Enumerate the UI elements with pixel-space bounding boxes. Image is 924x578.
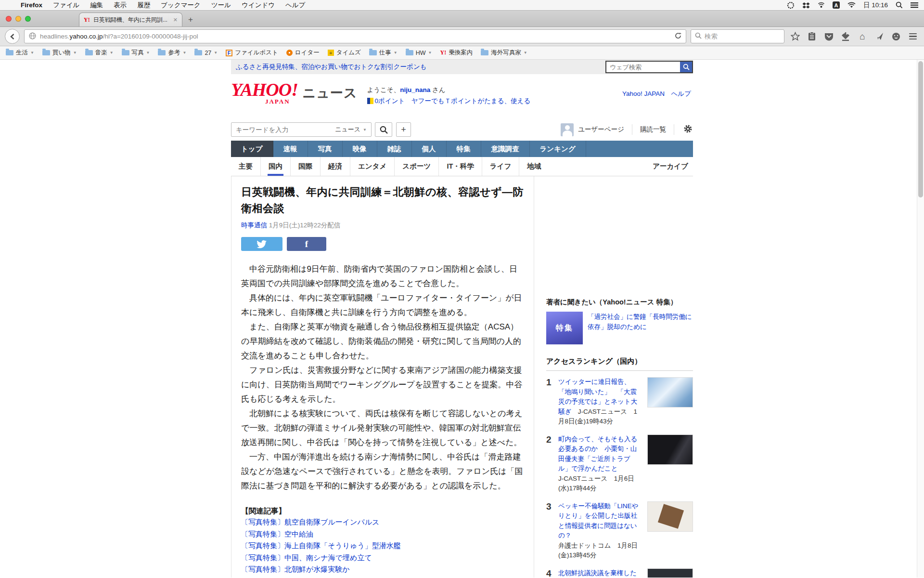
feature-item[interactable]: 特集 「過労社会」に警鐘「長時間労働に依存」脱却のために: [546, 312, 693, 344]
subnav-local[interactable]: 地域: [519, 157, 549, 176]
creative-cloud-icon[interactable]: [787, 1, 795, 9]
menu-view[interactable]: 表示: [108, 1, 132, 10]
bookmark-transit[interactable]: Y!乗換案内: [440, 49, 473, 57]
signal-icon[interactable]: [818, 1, 825, 9]
web-search-input[interactable]: [605, 61, 680, 73]
share-plane-icon[interactable]: [873, 29, 886, 44]
menu-icon[interactable]: [907, 29, 919, 44]
subnav-it-science[interactable]: IT・科学: [438, 157, 481, 176]
dropbox-icon[interactable]: [802, 1, 810, 9]
tpoint-note-link[interactable]: ヤフーでもＴポイントがたまる、使える: [411, 97, 530, 105]
menubar-clock[interactable]: 日 10:16: [863, 1, 888, 10]
scrollbar-thumb[interactable]: [918, 61, 923, 197]
spotlight-search-icon[interactable]: [896, 1, 903, 9]
home-icon[interactable]: ⌂: [856, 29, 869, 44]
subnav-entertainment[interactable]: エンタメ: [350, 157, 394, 176]
pocket-icon[interactable]: [822, 29, 835, 44]
nav-photo[interactable]: 写真: [308, 141, 343, 157]
back-button[interactable]: [5, 29, 20, 44]
close-window-button[interactable]: [6, 16, 12, 22]
menu-file[interactable]: ファイル: [48, 1, 85, 10]
ranking-link[interactable]: ベッキー不倫騒動「LINEやりとり」を公開した出版社と情報提供者に問題はないの？: [558, 502, 638, 539]
bookmark-reuters[interactable]: ロイター: [286, 49, 320, 57]
facebook-share-button[interactable]: f: [287, 237, 326, 251]
bookmark-folder-shopping[interactable]: 買い物▼: [42, 49, 77, 57]
yahoo-japan-link[interactable]: Yahoo! JAPAN: [622, 90, 665, 97]
bookmark-folder-music[interactable]: 音楽▼: [85, 49, 114, 57]
subnav-sports[interactable]: スポーツ: [394, 157, 438, 176]
reload-icon[interactable]: [675, 32, 681, 40]
nav-flash[interactable]: 速報: [273, 141, 308, 157]
source-link[interactable]: 時事通信: [241, 222, 267, 229]
tab-close-icon[interactable]: ✕: [173, 17, 178, 23]
ranking-thumbnail[interactable]: [647, 568, 693, 578]
user-page-link[interactable]: ユーザーページ: [578, 125, 624, 134]
related-link[interactable]: 〔写真特集〕航空自衛隊ブルーインパルス: [241, 516, 524, 528]
nav-magazine[interactable]: 雑誌: [377, 141, 412, 157]
help-link[interactable]: ヘルプ: [671, 90, 691, 97]
bookmark-folder-27[interactable]: 27▼: [194, 50, 218, 56]
subnav-domestic[interactable]: 国内: [260, 157, 290, 176]
bookmark-folder-hw[interactable]: HW▼: [406, 50, 432, 56]
news-search-button[interactable]: [375, 122, 392, 137]
avatar[interactable]: [561, 123, 574, 136]
subnav-world[interactable]: 国際: [290, 157, 320, 176]
feature-link[interactable]: 「過労社会」に警鐘「長時間労働に依存」脱却のために: [588, 312, 693, 344]
downloads-icon[interactable]: [839, 29, 852, 44]
reading-list-icon[interactable]: [806, 29, 818, 44]
add-keyword-button[interactable]: +: [396, 122, 411, 137]
bookmark-times[interactable]: ≡タイムズ: [328, 49, 361, 57]
menu-help[interactable]: ヘルプ: [280, 1, 310, 10]
menu-history[interactable]: 履歴: [132, 1, 155, 10]
ranking-thumbnail[interactable]: [647, 377, 693, 407]
nav-top[interactable]: トップ: [231, 141, 273, 157]
menu-edit[interactable]: 編集: [85, 1, 108, 10]
nav-video[interactable]: 映像: [343, 141, 377, 157]
subnav-economy[interactable]: 経済: [320, 157, 350, 176]
browser-tab[interactable]: Y! 日英戦闘機、年内に共同訓... ✕: [79, 13, 182, 26]
ranking-link[interactable]: 北朝鮮抗議決議を棄権した生活・山本太郎代表、理由をブログで説明 「『追加的制裁』…: [558, 569, 637, 578]
input-method-icon[interactable]: A: [833, 1, 840, 9]
subnav-major[interactable]: 主要: [231, 157, 260, 176]
points-link[interactable]: 0ポイント: [375, 97, 405, 105]
menu-window[interactable]: ウインドウ: [236, 1, 280, 10]
promo-link[interactable]: ふるさと再発見特集、宿泊やお買い物でおトクな割引クーポンも: [236, 63, 427, 71]
ranking-thumbnail[interactable]: [647, 501, 693, 532]
related-link[interactable]: 〔写真特集〕海上自衛隊「そうりゅう」型潜水艦: [241, 540, 524, 552]
twitter-share-button[interactable]: [241, 237, 282, 251]
gear-icon[interactable]: [683, 124, 693, 135]
nav-ranking[interactable]: ランキング: [530, 141, 586, 157]
archive-link[interactable]: アーカイブ: [653, 157, 693, 176]
scrollbar[interactable]: [917, 60, 924, 578]
bookmark-folder-reference[interactable]: 参考▼: [158, 49, 186, 57]
bookmark-filepost[interactable]: Fファイルポスト: [226, 49, 278, 57]
related-link[interactable]: 〔写真特集〕北朝鮮が水爆実験か: [241, 564, 524, 576]
nav-personal[interactable]: 個人: [412, 141, 447, 157]
menu-bookmarks[interactable]: ブックマーク: [155, 1, 206, 10]
news-search-input[interactable]: [231, 126, 331, 133]
bookmark-folder-life[interactable]: 生活▼: [6, 49, 34, 57]
url-bar[interactable]: headlines.yahoo.co.jp/hl?a=20160109-0000…: [24, 29, 686, 43]
bookmark-star-icon[interactable]: [789, 29, 801, 44]
subnav-life[interactable]: ライフ: [482, 157, 519, 176]
feedback-smiley-icon[interactable]: [890, 29, 902, 44]
notification-center-icon[interactable]: [911, 2, 918, 8]
menu-firefox[interactable]: Firefox: [15, 1, 48, 9]
search-scope-dropdown[interactable]: ニュース▼: [331, 123, 371, 136]
nav-feature[interactable]: 特集: [447, 141, 481, 157]
nav-poll[interactable]: 意識調査: [481, 141, 530, 157]
bookmark-folder-photo[interactable]: 写真▼: [122, 49, 150, 57]
ranking-link[interactable]: 町内会って、そもそも入る必要あるのか 小栗旬・山田優夫妻「ご近所トラブル」で浮か…: [558, 435, 637, 473]
menu-tools[interactable]: ツール: [206, 1, 236, 10]
zoom-window-button[interactable]: [25, 16, 31, 22]
username-link[interactable]: niju_nana: [400, 86, 430, 93]
browser-search-field[interactable]: 検索: [691, 29, 784, 43]
ranking-thumbnail[interactable]: [647, 434, 693, 465]
yahoo-japan-logo[interactable]: YAHOO! JAPAN: [231, 80, 290, 118]
subscriptions-link[interactable]: 購読一覧: [640, 125, 666, 134]
minimize-window-button[interactable]: [15, 16, 21, 22]
bookmark-folder-overseas-photographers[interactable]: 海外写真家▼: [481, 49, 527, 57]
web-search-button[interactable]: [680, 61, 693, 73]
new-tab-button[interactable]: +: [182, 13, 199, 26]
related-link[interactable]: 〔写真特集〕空中給油: [241, 528, 524, 540]
